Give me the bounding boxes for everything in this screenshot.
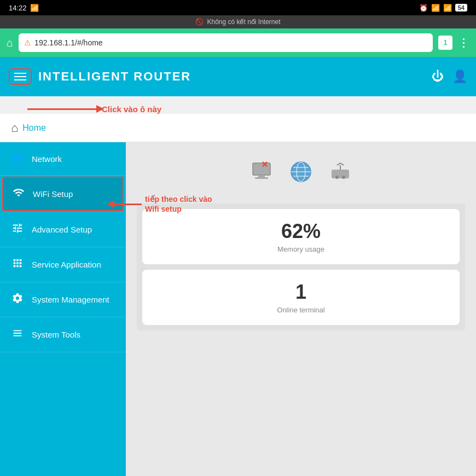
browser-bar: ⌂ ⚠ 192.168.1.1/#/home 1 ⋮	[0, 28, 476, 57]
svg-rect-0	[253, 163, 270, 175]
right-panel: 62% Memory usage 1 Online terminal	[126, 142, 476, 476]
svg-line-14	[337, 163, 340, 165]
alarm-icon: ⏰	[419, 4, 428, 12]
sidebar-item-system-tools[interactable]: System Tools	[0, 317, 126, 352]
click-annotation: Click vào ô này	[102, 105, 161, 114]
router-title: INTELLIGENT ROUTER	[38, 69, 191, 84]
status-time: 14:22	[9, 4, 27, 12]
online-terminal-card: 1 Online terminal	[142, 270, 460, 325]
sliders-icon	[11, 222, 24, 237]
svg-rect-10	[332, 170, 349, 178]
online-terminal-value: 1	[159, 281, 443, 304]
no-internet-text: Không có kết nối Internet	[207, 18, 280, 26]
system-management-label: System Management	[32, 295, 109, 304]
advanced-setup-label: Advanced Setup	[32, 225, 92, 234]
power-icon[interactable]: ⏻	[432, 69, 444, 84]
signal-bars-icon: 📶	[431, 4, 440, 12]
system-tools-label: System Tools	[32, 330, 80, 339]
breadcrumb-home-icon: ⌂	[11, 121, 18, 135]
sidebar: 🌐 Network WiFi Setup	[0, 142, 126, 476]
tab-count-button[interactable]: 1	[438, 36, 452, 50]
battery-icon: 54	[455, 4, 467, 11]
wifi-status-icon: 📶	[443, 4, 452, 12]
breadcrumb-bar: ⌂ Home	[0, 114, 476, 142]
memory-usage-card: 62% Memory usage	[142, 209, 460, 264]
svg-point-11	[335, 176, 339, 179]
stats-area: 62% Memory usage 1 Online terminal	[137, 204, 465, 330]
router-header: INTELLIGENT ROUTER ⏻ 👤 Click vào ô này	[0, 57, 476, 96]
sidebar-item-network[interactable]: 🌐 Network	[0, 142, 126, 176]
service-icon	[11, 257, 24, 272]
no-internet-icon: 🚫	[195, 18, 204, 26]
no-internet-bar: 🚫 Không có kết nối Internet	[0, 15, 476, 28]
network-label: Network	[32, 154, 62, 164]
pc-disconnected-icon	[248, 159, 275, 187]
router-small-icon	[327, 159, 353, 187]
menu-button[interactable]	[9, 68, 32, 85]
sidebar-item-wifi-setup[interactable]: WiFi Setup	[2, 177, 124, 211]
security-warning-icon: ⚠	[24, 38, 31, 47]
signal-icon: 📶	[30, 4, 39, 12]
url-bar[interactable]: ⚠ 192.168.1.1/#/home	[19, 33, 433, 52]
svg-line-15	[340, 163, 344, 165]
status-bar: 14:22 📶 ⏰ 📶 📶 54	[0, 0, 476, 15]
wifi-setup-label: WiFi Setup	[33, 189, 73, 199]
browser-home-icon[interactable]: ⌂	[7, 37, 13, 49]
url-text: 192.168.1.1/#/home	[34, 38, 103, 47]
sidebar-item-advanced-setup[interactable]: Advanced Setup	[0, 212, 126, 247]
svg-point-12	[342, 176, 345, 179]
user-icon[interactable]: 👤	[452, 69, 467, 84]
svg-rect-1	[258, 175, 265, 177]
sidebar-item-service-application[interactable]: Service Application	[0, 247, 126, 282]
svg-rect-2	[255, 177, 268, 179]
tools-icon	[11, 327, 24, 342]
management-icon	[11, 292, 24, 307]
memory-usage-value: 62%	[159, 220, 443, 243]
memory-usage-label: Memory usage	[159, 245, 443, 253]
browser-menu-button[interactable]: ⋮	[458, 36, 469, 49]
sidebar-item-system-management[interactable]: System Management	[0, 282, 126, 317]
network-diagram	[137, 153, 465, 193]
world-icon	[288, 159, 314, 187]
wifi-icon	[12, 187, 25, 201]
online-terminal-label: Online terminal	[159, 306, 443, 314]
breadcrumb-home-link[interactable]: Home	[22, 123, 46, 133]
main-content: 🌐 Network WiFi Setup	[0, 142, 476, 476]
service-application-label: Service Application	[32, 260, 101, 269]
globe-icon: 🌐	[11, 152, 24, 165]
